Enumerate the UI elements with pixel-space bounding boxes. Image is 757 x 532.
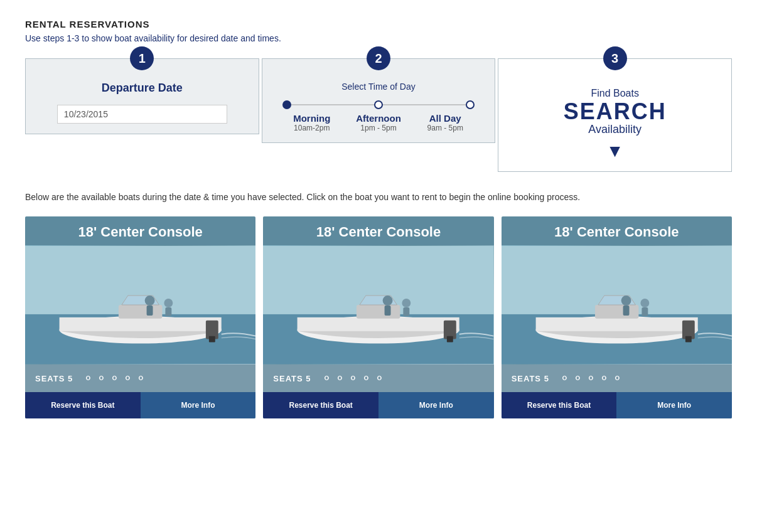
boat-3-reserve-button[interactable]: Reserve this Boat	[502, 392, 617, 418]
svg-rect-4	[119, 305, 162, 319]
person-icon-3: ⚬	[348, 371, 358, 386]
boat-3-title: 18' Center Console	[502, 216, 732, 245]
allday-label: All Day	[412, 113, 478, 124]
person-icon-5: ⚬	[612, 371, 623, 386]
boat-3-buttons: Reserve this Boat More Info	[502, 392, 732, 418]
step-2-box: 2 Select Time of Day Morning 10am-2pm Af…	[262, 58, 496, 143]
time-track	[272, 100, 485, 109]
boat-1-title: 18' Center Console	[25, 216, 255, 245]
boat-2-reserve-button[interactable]: Reserve this Boat	[263, 392, 378, 418]
person-icon-5: ⚬	[374, 371, 385, 386]
step-3-content: Find Boats SEARCH Availability ▼	[508, 72, 721, 161]
boat-2-seats-label: SEATS 5	[273, 374, 311, 383]
person-icon-5: ⚬	[136, 371, 146, 386]
person-icon-3: ⚬	[109, 371, 120, 386]
svg-point-18	[383, 295, 393, 306]
boat-3-seats-row: SEATS 5 ⚬ ⚬ ⚬ ⚬ ⚬	[502, 364, 732, 392]
svg-rect-15	[357, 305, 400, 319]
svg-rect-30	[623, 306, 629, 316]
boat-3-image	[502, 245, 732, 364]
boat-card-1: 18' Center Console	[25, 216, 255, 418]
boat-2-title: 18' Center Console	[263, 216, 493, 245]
boat-1-seats-label: SEATS 5	[35, 374, 73, 383]
step-3-box[interactable]: 3 Find Boats SEARCH Availability ▼	[498, 58, 732, 172]
person-icon-3: ⚬	[586, 371, 596, 386]
person-icon-2: ⚬	[96, 371, 107, 386]
boat-1-buttons: Reserve this Boat More Info	[25, 392, 255, 418]
svg-point-20	[402, 299, 411, 307]
person-icon-2: ⚬	[335, 371, 345, 386]
allday-range: 9am - 5pm	[412, 124, 478, 132]
step-2-label: Select Time of Day	[272, 82, 485, 92]
afternoon-option[interactable]: Afternoon 1pm - 5pm	[345, 113, 412, 132]
page-title: RENTAL RESERVATIONS	[25, 19, 732, 29]
search-arrow-icon: ▼	[508, 141, 721, 161]
svg-rect-19	[385, 306, 391, 316]
boat-card-2: 18' Center Console SEATS 5	[263, 216, 493, 418]
step-2-number: 2	[367, 46, 390, 70]
person-icon-1: ⚬	[321, 371, 332, 386]
svg-point-7	[145, 295, 155, 306]
boats-grid: 18' Center Console	[25, 216, 732, 418]
person-icon-4: ⚬	[361, 371, 372, 386]
svg-rect-25	[535, 317, 697, 331]
step-1-box: 1 Departure Date	[25, 58, 259, 134]
svg-rect-14	[298, 317, 459, 331]
search-big-label: SEARCH	[508, 100, 721, 123]
afternoon-range: 1pm - 5pm	[345, 124, 412, 132]
svg-point-31	[640, 299, 649, 307]
boat-2-buttons: Reserve this Boat More Info	[263, 392, 493, 418]
allday-dot[interactable]	[466, 100, 475, 109]
boat-1-more-info-button[interactable]: More Info	[141, 392, 256, 418]
person-icon-2: ⚬	[572, 371, 583, 386]
svg-rect-32	[642, 307, 648, 316]
boat-1-image	[25, 245, 255, 364]
svg-point-9	[164, 299, 173, 307]
steps-row: 1 Departure Date 2 Select Time of Day Mo…	[25, 58, 732, 172]
step-1-number: 1	[130, 46, 154, 70]
person-icon-1: ⚬	[83, 371, 94, 386]
boat-card-3: 18' Center Console SEATS 5	[502, 216, 732, 418]
boat-2-person-icons: ⚬ ⚬ ⚬ ⚬ ⚬	[321, 371, 385, 386]
boat-2-more-info-button[interactable]: More Info	[378, 392, 494, 418]
step-1-label: Departure Date	[36, 82, 249, 95]
svg-rect-6	[209, 336, 215, 343]
boat-2-seats-row: SEATS 5 ⚬ ⚬ ⚬ ⚬ ⚬	[263, 364, 493, 392]
step-3-number: 3	[603, 46, 627, 70]
boat-1-person-icons: ⚬ ⚬ ⚬ ⚬ ⚬	[83, 371, 146, 386]
svg-rect-17	[447, 336, 453, 343]
boat-1-seats-row: SEATS 5 ⚬ ⚬ ⚬ ⚬ ⚬	[25, 364, 255, 392]
description-text: Below are the available boats during the…	[25, 191, 732, 204]
morning-option[interactable]: Morning 10am-2pm	[279, 113, 345, 132]
person-icon-4: ⚬	[122, 371, 133, 386]
availability-label: Availability	[508, 123, 721, 136]
time-options: Morning 10am-2pm Afternoon 1pm - 5pm All…	[272, 113, 485, 132]
boat-2-image	[263, 245, 493, 364]
afternoon-dot[interactable]	[374, 100, 383, 109]
afternoon-label: Afternoon	[345, 113, 412, 124]
boat-3-person-icons: ⚬ ⚬ ⚬ ⚬ ⚬	[559, 371, 623, 386]
morning-label: Morning	[279, 113, 345, 124]
find-boats-label: Find Boats	[508, 88, 721, 99]
departure-date-input[interactable]	[57, 105, 227, 124]
boat-1-reserve-button[interactable]: Reserve this Boat	[25, 392, 141, 418]
person-icon-1: ⚬	[559, 371, 570, 386]
svg-rect-21	[404, 307, 410, 316]
boat-3-seats-label: SEATS 5	[512, 374, 549, 383]
person-icon-4: ⚬	[599, 371, 609, 386]
svg-rect-3	[60, 317, 222, 331]
morning-dot[interactable]	[282, 100, 291, 109]
svg-rect-10	[165, 307, 171, 316]
boat-3-more-info-button[interactable]: More Info	[616, 392, 732, 418]
page-subtitle: Use steps 1-3 to show boat availability …	[25, 33, 732, 43]
svg-rect-8	[147, 306, 153, 316]
svg-rect-26	[595, 305, 638, 319]
svg-point-29	[621, 295, 631, 306]
allday-option[interactable]: All Day 9am - 5pm	[412, 113, 478, 132]
svg-rect-28	[685, 336, 692, 343]
morning-range: 10am-2pm	[279, 124, 345, 132]
